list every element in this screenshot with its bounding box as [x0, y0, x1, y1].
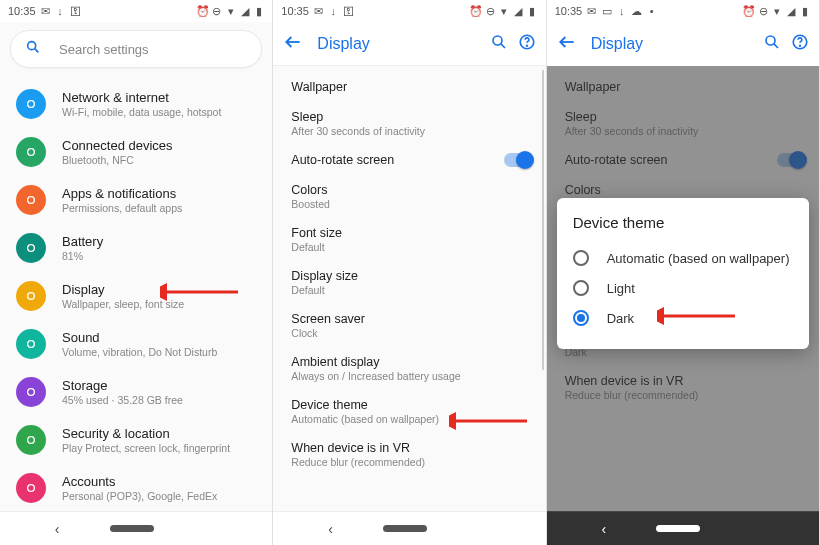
dialog-title: Device theme — [573, 214, 793, 231]
settings-item-sound[interactable]: SoundVolume, vibration, Do Not Disturb — [0, 320, 272, 368]
status-time: 10:35 — [8, 5, 36, 17]
help-icon[interactable] — [791, 33, 809, 55]
radio-icon — [573, 250, 589, 266]
theme-option-label: Dark — [607, 311, 634, 326]
display-item-device-theme[interactable]: Device themeAutomatic (based on wallpape… — [273, 390, 545, 433]
settings-item-sub: Play Protect, screen lock, fingerprint — [62, 442, 230, 454]
display-item-font-size[interactable]: Font sizeDefault — [273, 218, 545, 261]
search-placeholder: Search settings — [59, 42, 149, 57]
settings-item-sub: 81% — [62, 250, 103, 262]
signal-icon: ◢ — [239, 6, 250, 17]
display-item-title: Ambient display — [291, 355, 527, 369]
display-item-title: Device theme — [291, 398, 527, 412]
chat-icon: ✉ — [586, 6, 597, 17]
svg-line-1 — [35, 49, 39, 53]
device-theme-dialog: Device theme Automatic (based on wallpap… — [557, 198, 809, 349]
storage-icon — [16, 377, 46, 407]
svg-point-4 — [28, 197, 35, 204]
status-bar: 10:35 ✉ ↓ ⚿ ⏰ ⊖ ▾ ◢ ▮ — [273, 0, 545, 22]
settings-item-battery[interactable]: Battery81% — [0, 224, 272, 272]
wifi-icon: ▾ — [499, 6, 510, 17]
settings-item-display[interactable]: DisplayWallpaper, sleep, font size — [0, 272, 272, 320]
autorotate-switch[interactable] — [504, 153, 532, 167]
dot-icon: • — [646, 6, 657, 17]
theme-option-automatic[interactable]: Automatic (based on wallpaper) — [573, 243, 793, 273]
search-icon[interactable] — [490, 33, 508, 55]
monitor-icon: ▭ — [601, 6, 612, 17]
settings-item-storage[interactable]: Storage45% used · 35.28 GB free — [0, 368, 272, 416]
theme-option-light[interactable]: Light — [573, 273, 793, 303]
svg-point-17 — [526, 45, 527, 46]
display-item-when-device-is-in-vr[interactable]: When device is in VRReduce blur (recomme… — [273, 433, 545, 476]
settings-item-sub: 45% used · 35.28 GB free — [62, 394, 183, 406]
status-bar: 10:35 ✉ ▭ ↓ ☁ • ⏰ ⊖ ▾ ◢ ▮ — [547, 0, 819, 22]
chat-icon: ✉ — [40, 6, 51, 17]
display-appbar: Display — [273, 22, 545, 66]
signal-icon: ◢ — [513, 6, 524, 17]
theme-option-label: Automatic (based on wallpaper) — [607, 251, 790, 266]
nav-home-pill[interactable] — [110, 525, 154, 532]
svg-point-14 — [493, 36, 502, 45]
devices-icon — [16, 137, 46, 167]
theme-option-label: Light — [607, 281, 635, 296]
settings-item-network-internet[interactable]: Network & internetWi-Fi, mobile, data us… — [0, 80, 272, 128]
display-item-sub: Always on / Increased battery usage — [291, 370, 527, 382]
display-item-title: When device is in VR — [291, 441, 527, 455]
download-icon: ↓ — [616, 6, 627, 17]
display-item-sub: Default — [291, 284, 527, 296]
search-settings-input[interactable]: Search settings — [10, 30, 262, 68]
alarm-icon: ⏰ — [744, 6, 755, 17]
settings-item-security-location[interactable]: Security & locationPlay Protect, screen … — [0, 416, 272, 464]
settings-item-title: Storage — [62, 378, 183, 393]
display-item-title: Wallpaper — [291, 80, 527, 94]
display-item-screen-saver[interactable]: Screen saverClock — [273, 304, 545, 347]
dnd-icon: ⊖ — [485, 6, 496, 17]
display-item-sub: Boosted — [291, 198, 527, 210]
display-settings-list: WallpaperSleepAfter 30 seconds of inacti… — [273, 66, 545, 482]
dnd-icon: ⊖ — [758, 6, 769, 17]
theme-option-dark[interactable]: Dark — [573, 303, 793, 333]
display-item-colors[interactable]: ColorsBoosted — [273, 175, 545, 218]
nav-home-pill[interactable] — [383, 525, 427, 532]
nav-back-icon[interactable]: ‹ — [601, 521, 606, 537]
display-settings-panel: 10:35 ✉ ↓ ⚿ ⏰ ⊖ ▾ ◢ ▮ Display WallpaperS… — [273, 0, 546, 545]
alarm-icon: ⏰ — [471, 6, 482, 17]
appbar-title: Display — [317, 35, 479, 53]
status-bar: 10:35 ✉ ↓ ⚿ ⏰ ⊖ ▾ ◢ ▮ — [0, 0, 272, 22]
battery-icon: ▮ — [527, 6, 538, 17]
display-item-wallpaper[interactable]: Wallpaper — [273, 72, 545, 102]
nav-back-icon[interactable]: ‹ — [55, 521, 60, 537]
settings-root-panel: 10:35 ✉ ↓ ⚿ ⏰ ⊖ ▾ ◢ ▮ Search settings Ne… — [0, 0, 273, 545]
display-item-title: Display size — [291, 269, 527, 283]
display-item-title: Font size — [291, 226, 527, 240]
nav-bar: ‹ — [0, 511, 272, 545]
alarm-icon: ⏰ — [197, 6, 208, 17]
settings-item-sub: Wallpaper, sleep, font size — [62, 298, 184, 310]
radio-icon — [573, 280, 589, 296]
settings-item-sub: Bluetooth, NFC — [62, 154, 173, 166]
display-item-title: Colors — [291, 183, 527, 197]
back-arrow-icon[interactable] — [283, 32, 303, 56]
settings-item-connected-devices[interactable]: Connected devicesBluetooth, NFC — [0, 128, 272, 176]
display-item-display-size[interactable]: Display sizeDefault — [273, 261, 545, 304]
svg-point-21 — [766, 36, 775, 45]
settings-item-sub: Wi-Fi, mobile, data usage, hotspot — [62, 106, 221, 118]
display-item-sleep[interactable]: SleepAfter 30 seconds of inactivity — [273, 102, 545, 145]
settings-item-accounts[interactable]: AccountsPersonal (POP3), Google, FedEx — [0, 464, 272, 512]
back-arrow-icon[interactable] — [557, 32, 577, 56]
settings-item-title: Security & location — [62, 426, 230, 441]
svg-point-6 — [28, 293, 35, 300]
svg-point-8 — [28, 389, 35, 396]
nav-home-pill[interactable] — [656, 525, 700, 532]
key-icon: ⚿ — [70, 6, 81, 17]
svg-point-9 — [28, 437, 35, 444]
download-icon: ↓ — [328, 6, 339, 17]
help-icon[interactable] — [518, 33, 536, 55]
cloud-icon: ☁ — [631, 6, 642, 17]
display-item-ambient-display[interactable]: Ambient displayAlways on / Increased bat… — [273, 347, 545, 390]
nav-back-icon[interactable]: ‹ — [328, 521, 333, 537]
display-item-auto-rotate-screen[interactable]: Auto-rotate screen — [273, 145, 545, 175]
settings-item-apps-notifications[interactable]: Apps & notificationsPermissions, default… — [0, 176, 272, 224]
search-icon[interactable] — [763, 33, 781, 55]
battery-icon: ▮ — [800, 6, 811, 17]
